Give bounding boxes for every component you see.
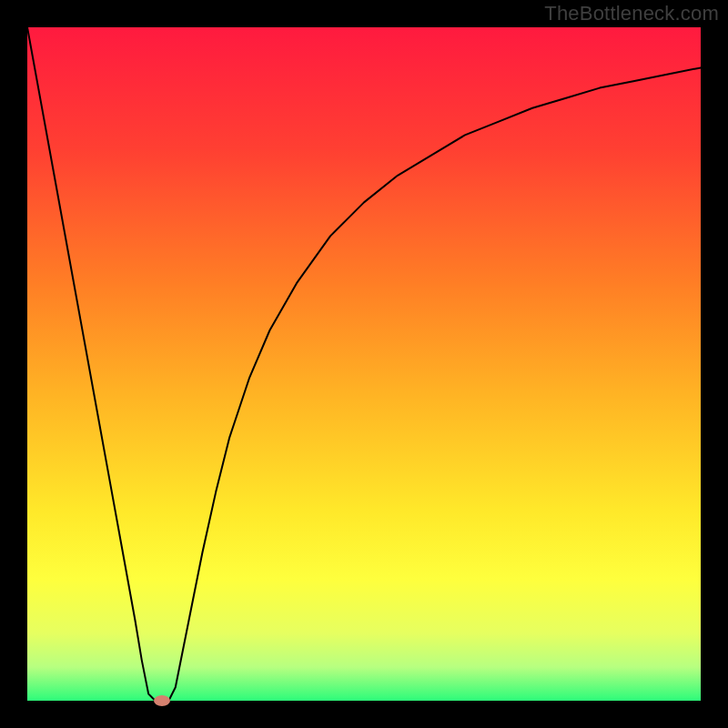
optimum-marker (154, 695, 170, 706)
plot-background (27, 27, 701, 701)
chart-frame: { "attribution": "TheBottleneck.com", "p… (0, 0, 728, 728)
bottleneck-chart (0, 0, 728, 728)
